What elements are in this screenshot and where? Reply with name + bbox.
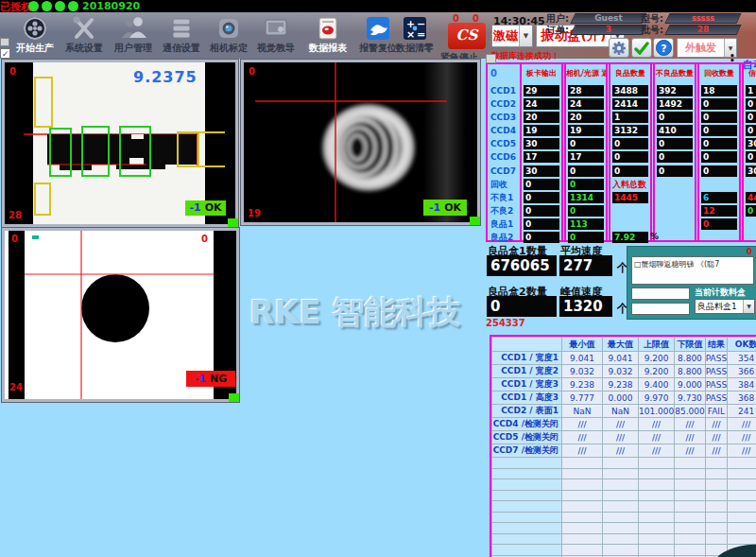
signal-cell: 2414 (610, 97, 650, 111)
signal-cell: 24 (566, 97, 606, 111)
chevron-down-icon[interactable]: ▼ (519, 26, 532, 46)
data-clear-button[interactable]: +−×= 数据清零 (391, 13, 438, 58)
signal-cell (699, 231, 739, 244)
signal-cell: 0 (699, 111, 739, 124)
measure-column-header: 最小值 (562, 338, 603, 352)
table-resize-handle[interactable] (486, 54, 496, 63)
vision-teach-button[interactable]: 视觉教导 (249, 13, 302, 58)
measure-row-label (492, 468, 562, 479)
signal-value-box: 0 (524, 192, 559, 203)
current-box-select[interactable]: 良品料盒1 ▼ (695, 299, 755, 314)
signal-value-box: 17 (568, 151, 604, 163)
measure-cell: 9.238 (562, 378, 603, 392)
help-button[interactable]: ? (653, 38, 674, 58)
button-label: 视觉教导 (249, 42, 302, 55)
measure-cell: /// (562, 418, 603, 431)
measure-row-label (492, 512, 562, 523)
measure-cell: PASS (705, 365, 727, 378)
signal-value-box: 392 (657, 85, 693, 96)
measure-cell: 368 (728, 392, 756, 405)
signal-cell: 24 (522, 97, 561, 111)
measure-cell (728, 512, 756, 523)
measure-row-label: CCD5 /检测关闭 (492, 431, 562, 444)
signal-value-box: 2414 (612, 98, 648, 110)
measure-cell: 9.000 (675, 378, 706, 392)
measure-cell: PASS (705, 378, 727, 392)
signal-cell: 20 (566, 111, 606, 124)
start-production-button[interactable]: 开始生产 (8, 13, 62, 58)
signal-cell: 18 (699, 84, 739, 97)
counter-input-1[interactable] (631, 287, 690, 300)
camera3-status-square (229, 393, 239, 402)
signal-cell: 3488 (610, 84, 650, 97)
signal-column-4: 不良品数量39214920410000 (653, 64, 696, 240)
question-icon: ? (656, 40, 672, 56)
measure-table: 最小值最大值上限值下限值结果OK数CCD1 / 宽度19.0419.0419.2… (490, 335, 756, 557)
settings-gear-button[interactable] (609, 38, 629, 58)
measure-cell: /// (675, 431, 706, 444)
measure-cell (728, 479, 756, 491)
measure-cell (562, 490, 603, 501)
camera-calibration-button[interactable]: 相机标定 (202, 13, 255, 58)
user-value: Guest (573, 13, 644, 24)
signal-cell: 0 (566, 178, 606, 191)
signal-value-box: 0 (524, 232, 559, 243)
signal-cell: 0 (699, 165, 739, 178)
measure-cell: 9.238 (603, 378, 639, 392)
message-box[interactable]: □蟹烟聊返糖明锑 《(聪7 (631, 256, 754, 285)
measure-cell (675, 512, 706, 523)
measure-cell: PASS (705, 352, 727, 365)
measure-row-label (492, 533, 562, 545)
measure-cell (728, 490, 756, 501)
measure-cell: 9.200 (639, 352, 675, 365)
emergency-stop-button[interactable]: CS (448, 23, 486, 49)
signal-value-box: 3488 (612, 85, 648, 96)
button-label: 通信设置 (155, 42, 208, 55)
measure-cell (562, 458, 603, 469)
measure-cell: 8.800 (675, 352, 706, 365)
chevron-down-icon[interactable]: ▼ (743, 300, 754, 313)
measure-cell (603, 523, 639, 534)
signal-cell: 0 (655, 165, 695, 178)
camera-view-3[interactable]: 0 0 24 -1NG (2, 228, 239, 402)
measure-cell: PASS (705, 392, 727, 405)
signal-cell: 0 (566, 137, 606, 150)
measure-column-header: 下限值 (675, 338, 706, 352)
measure-row-label (492, 501, 562, 513)
trigger-value: 外触发 (678, 41, 724, 55)
user-management-button[interactable]: 用户管理 (106, 13, 161, 58)
measure-cell (705, 490, 727, 501)
data-report-button[interactable]: 数据报表 (301, 13, 355, 58)
table-row: CCD1 / 宽度19.0419.0419.2008.800PASS354 (492, 352, 756, 365)
table-row: CCD1 / 高度39.7770.0009.9709.730PASS368 (492, 392, 756, 405)
signal-cell: 0 (566, 204, 606, 218)
measure-row-label: CCD1 / 高度3 (492, 392, 562, 405)
camera2-image (244, 62, 477, 222)
table-row: CCD7 /检测关闭////////////////// (492, 444, 756, 458)
signal-value-box: 0 (657, 165, 693, 177)
confirm-check-button[interactable] (631, 38, 652, 58)
system-settings-button[interactable]: 系统设置 (57, 13, 112, 58)
counter-input-2[interactable] (631, 303, 690, 315)
measure-cell (603, 545, 639, 556)
signal-column-3: 良品数量3488241413132000入料总数14457.92% (609, 64, 652, 240)
camera-view-1[interactable]: 0 9.2375 28 -1OK (2, 60, 238, 227)
measure-cell: 8.800 (675, 365, 706, 378)
license-date: 20180920 (82, 0, 140, 12)
trigger-dropdown[interactable]: 外触发 ▼ (677, 38, 737, 58)
table-row (492, 545, 756, 556)
measure-cell (675, 523, 706, 534)
measure-cell (562, 479, 603, 491)
inlet-total-label: 入料总数 (612, 179, 646, 191)
measure-cell (675, 533, 706, 545)
demag-dropdown[interactable]: 激磁 ▼ (491, 25, 533, 47)
signal-row-label: CCD1 (488, 84, 520, 97)
signal-value-box: 24 (568, 98, 604, 110)
model-value: sssss (667, 13, 739, 24)
camera-view-2[interactable]: 0 19 -1OK (241, 60, 480, 225)
signal-column-header: 相机/光源 返回 (566, 64, 606, 84)
signal-value-box: 24 (524, 98, 559, 110)
comm-settings-button[interactable]: 通信设置 (155, 13, 208, 58)
signal-cell: 1 (610, 111, 650, 124)
measure-header-row: 最小值最大值上限值下限值结果OK数 (492, 338, 756, 352)
